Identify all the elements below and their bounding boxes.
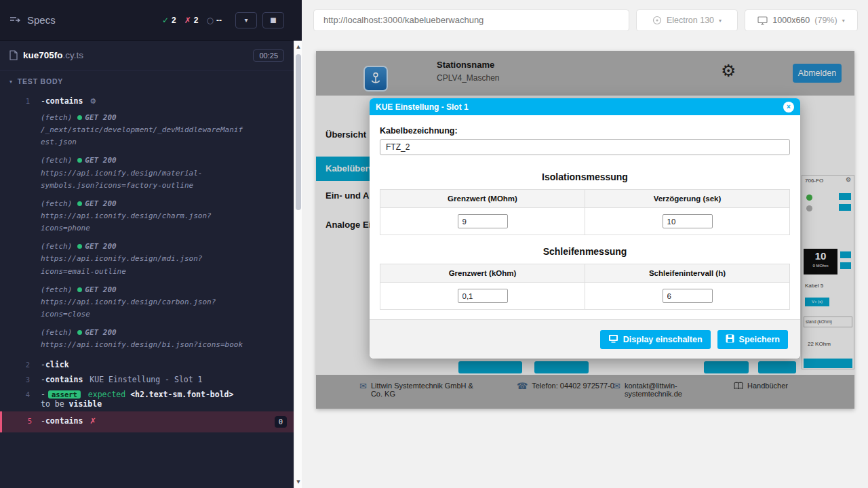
fetch-log: (fetch)GET 200 https://api.iconify.desig… xyxy=(41,198,288,235)
command-assert[interactable]: 4 -assert expected <h2.text-sm.font-bold… xyxy=(0,387,294,411)
passed-count: 2 xyxy=(172,16,176,25)
assert-badge: assert xyxy=(48,390,81,399)
fetch-status: GET 200 xyxy=(85,156,116,165)
chevron-down-icon: ▾ xyxy=(244,16,248,24)
match-count-badge: 0 xyxy=(275,416,287,428)
fetch-status: GET 200 xyxy=(85,242,116,251)
cable-designation-label: Kabelbezeichnung: xyxy=(380,126,790,136)
fetch-status: GET 200 xyxy=(85,113,116,122)
loop-interval-header: Schleifenintervall (h) xyxy=(585,264,790,283)
test-body-label: TEST BODY xyxy=(18,77,63,85)
spec-file-icon xyxy=(9,50,18,60)
assert-expected: expected xyxy=(88,390,125,399)
fetch-prefix: (fetch) xyxy=(41,285,72,294)
fetch-url: https://api.iconify.design/charm.json?ic… xyxy=(41,210,244,235)
isolation-delay-input[interactable] xyxy=(663,214,713,228)
reporter-scrollbar[interactable]: ▲ ▼ xyxy=(294,41,302,488)
display-button-label: Display einschalten xyxy=(623,335,703,344)
stop-run-button[interactable]: ■ xyxy=(262,12,284,28)
viewport-icon xyxy=(757,16,768,25)
command-number: 2 xyxy=(0,360,30,369)
test-body-section[interactable]: ▾ TEST BODY xyxy=(0,70,294,91)
status-dot xyxy=(77,158,82,163)
cable-designation-input[interactable] xyxy=(380,139,790,155)
pending-count: -- xyxy=(216,16,222,25)
reporter-header-extension xyxy=(294,0,302,41)
failed-count: 2 xyxy=(194,16,199,25)
command-number: 1 xyxy=(0,96,30,105)
status-dot xyxy=(77,244,82,249)
electron-icon xyxy=(652,16,662,25)
scrollbar-thumb[interactable] xyxy=(296,54,301,210)
scroll-down-arrow[interactable]: ▼ xyxy=(294,477,302,487)
fetch-url: https://api.iconify.design/bi.json?icons… xyxy=(41,339,244,351)
fetch-prefix: (fetch) xyxy=(41,242,72,251)
assert-to: to xyxy=(41,399,50,409)
display-on-button[interactable]: Display einschalten xyxy=(600,330,711,349)
fetch-prefix: (fetch) xyxy=(41,113,72,122)
loop-interval-cell xyxy=(585,283,790,310)
command-log: 1 -contains⚙ (fetch)GET 200 /_next/stati… xyxy=(0,91,294,432)
command-dash: - xyxy=(41,375,45,384)
loop-interval-input[interactable] xyxy=(663,289,713,303)
fetch-log: (fetch)GET 200 https://api.iconify.desig… xyxy=(41,284,288,321)
close-icon[interactable]: × xyxy=(783,102,794,113)
command-dash: - xyxy=(41,96,45,106)
fetch-prefix: (fetch) xyxy=(41,156,72,165)
isolation-limit-cell xyxy=(380,208,585,235)
loop-section-title: Schleifenmessung xyxy=(380,246,790,257)
specs-label[interactable]: Specs xyxy=(27,14,56,26)
fetch-prefix: (fetch) xyxy=(41,328,72,337)
loop-table: Grenzwert (kOhm) Schleifenintervall (h) xyxy=(380,264,790,310)
specs-menu-icon[interactable] xyxy=(9,16,20,24)
assert-selector: <h2.text-sm.font-bold> xyxy=(130,390,233,399)
screen: Specs ✓ 2 ✗ 2 ○ -- ▾ ■ kue705fo .cy.ts xyxy=(0,0,868,488)
fetch-log: (fetch)GET 200 https://api.iconify.desig… xyxy=(41,155,288,191)
command-contains-failed[interactable]: 5 -contains✗ 0 xyxy=(0,411,294,432)
fetch-url: https://api.iconify.design/carbon.json?i… xyxy=(41,296,244,321)
gear-icon: ⚙ xyxy=(90,97,96,106)
modal-footer: Display einschalten Speichern xyxy=(370,319,800,359)
browser-selector[interactable]: Electron 130 ▾ xyxy=(636,9,738,31)
isolation-table: Grenzwert (MOhm) Verzögerung (sek) xyxy=(380,189,790,235)
save-button[interactable]: Speichern xyxy=(717,330,788,349)
app-under-test: Stationsname CPLV4_Maschen ⚙ Abmelden Üb… xyxy=(316,51,854,409)
floppy-disk-icon xyxy=(726,334,734,345)
loop-limit-header: Grenzwert (kOhm) xyxy=(380,264,585,283)
command-name: contains xyxy=(45,375,83,384)
reporter-header: Specs ✓ 2 ✗ 2 ○ -- ▾ ■ xyxy=(0,0,294,41)
isolation-section-title: Isolationsmessung xyxy=(380,171,790,182)
isolation-limit-input[interactable] xyxy=(458,214,508,228)
scroll-up-arrow[interactable]: ▲ xyxy=(294,42,302,52)
modal-header: KUE Einstellung - Slot 1 × xyxy=(370,98,800,115)
chevron-down-icon: ▾ xyxy=(9,79,13,85)
cypress-reporter: Specs ✓ 2 ✗ 2 ○ -- ▾ ■ kue705fo .cy.ts xyxy=(0,0,294,488)
display-icon xyxy=(608,334,618,345)
chevron-down-icon: ▾ xyxy=(719,18,722,24)
collapse-all-button[interactable]: ▾ xyxy=(235,12,257,28)
spec-timer: 00:25 xyxy=(253,49,284,62)
fail-cross-icon: ✗ xyxy=(90,416,96,426)
fetch-status: GET 200 xyxy=(85,328,116,337)
kue-settings-modal: KUE Einstellung - Slot 1 × Kabelbezeichn… xyxy=(370,98,800,359)
fetch-status: GET 200 xyxy=(85,285,116,294)
isolation-delay-header: Verzögerung (sek) xyxy=(585,190,790,208)
command-click[interactable]: 2 -click xyxy=(0,357,294,372)
spec-row[interactable]: kue705fo .cy.ts 00:25 xyxy=(0,41,294,70)
command-dash: - xyxy=(41,390,45,399)
command-name: contains xyxy=(45,96,83,106)
command-contains-2[interactable]: 3 -containsKUE Einstellung - Slot 1 xyxy=(0,372,294,387)
viewport-selector[interactable]: 1000x660 (79%) ▾ xyxy=(745,9,858,31)
fetch-url: /_next/static/development/_devMiddleware… xyxy=(41,124,244,148)
loop-limit-input[interactable] xyxy=(458,289,508,303)
failed-stat: ✗ 2 xyxy=(184,16,199,25)
passed-stat: ✓ 2 xyxy=(162,16,176,25)
command-contains-1[interactable]: 1 -contains⚙ xyxy=(0,94,294,108)
fetch-url: https://api.iconify.design/material-symb… xyxy=(41,167,244,192)
modal-body: Kabelbezeichnung: Isolationsmessung Gren… xyxy=(370,115,800,310)
assert-visible: visible xyxy=(69,399,102,409)
command-number: 5 xyxy=(2,416,32,425)
status-dot xyxy=(77,330,82,335)
url-bar[interactable]: http://localhost:3000/kabelueberwachung xyxy=(313,9,629,31)
fetch-log: (fetch)GET 200 https://api.iconify.desig… xyxy=(41,241,288,277)
